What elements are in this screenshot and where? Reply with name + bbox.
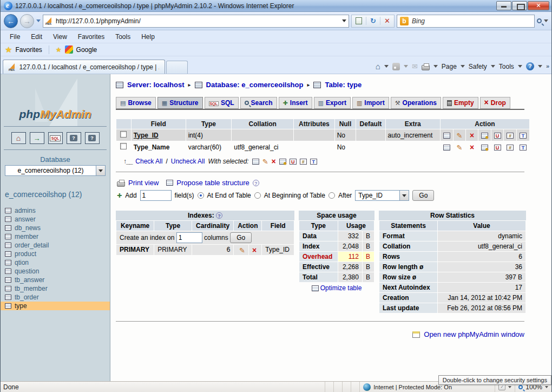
index-icon[interactable]: # [507,133,514,139]
list-item[interactable]: member [1,232,110,241]
table-name-link[interactable]: member [15,233,38,240]
breadcrumb-server-link[interactable]: Server: localhost [127,81,185,89]
fulltext-icon[interactable]: T [310,159,317,165]
drop-icon[interactable]: × [470,132,474,139]
open-new-window-link[interactable]: Open new phpMyAdmin window [424,330,524,338]
tab[interactable]: Empty [443,97,478,109]
after-radio[interactable] [328,192,335,199]
propose-structure-link[interactable]: Propose table structure [176,179,249,187]
breadcrumb-table-link[interactable]: Table: type [325,81,362,89]
query-window-sql-button[interactable]: SQL [48,132,63,144]
row-checkbox[interactable] [120,131,127,138]
edit-index-icon[interactable]: ✎ [239,247,245,254]
page-dropdown-icon[interactable] [461,65,465,68]
chevron-down-icon[interactable] [545,386,548,388]
new-tab-button[interactable] [166,61,188,74]
toolbar-overflow-chevron[interactable]: » [546,63,549,69]
search-provider-dropdown-icon[interactable] [544,19,548,22]
table-name-link[interactable]: qtion [15,259,29,266]
create-index-count-input[interactable] [176,232,202,243]
browser-tab[interactable]: 127.0.0.1 / localhost / e_comerceoilshop… [3,60,165,74]
drop-icon[interactable]: × [470,143,474,151]
tab[interactable]: Export [314,97,351,109]
close-button[interactable] [528,1,549,10]
recent-pages-dropdown-icon[interactable] [36,19,41,22]
table-name-link[interactable]: tb_answer [15,276,44,284]
menu-item[interactable]: Favorites [73,31,109,42]
unique-icon[interactable]: U [494,145,501,151]
add-favorite-icon[interactable]: ★ [56,46,62,54]
optimize-table-link[interactable]: Optimize table [320,284,362,292]
table-name-link[interactable]: admins [15,207,36,214]
primary-key-icon[interactable] [481,145,488,151]
row-checkbox[interactable] [120,143,127,149]
fulltext-icon[interactable]: T [520,133,527,139]
list-item[interactable]: tb_member [1,284,110,293]
minimize-button[interactable] [496,1,511,10]
tab[interactable]: Import [352,97,389,109]
back-button[interactable] [4,14,18,28]
help-question-icon[interactable]: ? [216,212,222,219]
tab[interactable]: Insert [279,97,312,109]
menu-item[interactable]: Edit [26,31,47,42]
print-icon[interactable] [422,65,430,70]
chevron-down-icon[interactable] [399,191,409,200]
tools-dropdown-icon[interactable] [518,65,522,68]
docs-button[interactable]: ? [67,132,81,144]
address-dropdown-icon[interactable] [342,19,346,22]
list-item[interactable]: db_news [1,224,110,232]
at-end-radio[interactable] [198,192,204,199]
index-icon[interactable]: # [507,145,514,151]
list-item[interactable]: tb_order [1,293,110,302]
query-window-button[interactable]: ? [85,132,100,144]
add-field-go-button[interactable]: Go [412,190,434,201]
logout-button[interactable]: → [30,132,44,144]
list-item[interactable]: product [1,250,110,258]
table-name-link[interactable]: tb_order [15,293,39,301]
at-beginning-radio[interactable] [254,192,261,199]
table-name-link[interactable]: product [15,250,36,258]
search-icon[interactable] [537,18,542,23]
browse-values-icon[interactable] [443,145,450,151]
list-item[interactable]: answer [1,215,110,224]
menu-item[interactable]: File [5,31,25,42]
feeds-icon[interactable] [392,63,400,70]
list-item[interactable]: order_detail [1,241,110,250]
change-icon[interactable]: ✎ [262,158,268,165]
table-name-link[interactable]: order_detail [15,241,49,249]
fulltext-icon[interactable]: T [520,145,527,151]
breadcrumb-database-link[interactable]: Database: e_comerceoilshop [206,81,304,89]
primary-key-icon[interactable] [279,159,286,165]
browse-values-icon[interactable] [443,133,450,139]
browse-values-icon[interactable] [252,159,259,165]
url-text[interactable]: http://127.0.0.1/phpmyAdmin/ [56,17,339,25]
tab[interactable]: Browse [116,97,156,109]
google-favorite-link[interactable]: Google [76,46,97,54]
field-name-link[interactable]: Type_ID [134,132,159,139]
tools-menu[interactable]: Tools [499,63,514,70]
help-icon[interactable]: ? [526,62,534,70]
print-view-link[interactable]: Print view [128,179,159,187]
safety-dropdown-icon[interactable] [491,65,495,68]
forward-button[interactable] [20,14,34,28]
primary-key-icon[interactable] [481,133,488,139]
uncheck-all-link[interactable]: Uncheck All [171,158,205,165]
list-item[interactable]: qtion [1,258,110,267]
table-name-link[interactable]: db_news [15,224,41,232]
list-item[interactable]: admins [1,206,110,215]
stop-button[interactable]: ✕ [380,17,394,25]
list-item[interactable]: type [1,302,110,310]
maximize-button[interactable] [512,1,527,10]
print-dropdown-icon[interactable] [433,65,438,68]
menu-item[interactable]: Help [136,31,160,42]
safety-menu[interactable]: Safety [469,63,487,70]
address-bar[interactable]: http://127.0.0.1/phpmyAdmin/ [43,15,349,28]
compatibility-view-button[interactable] [352,17,366,25]
add-field-count-input[interactable] [140,190,172,201]
table-name-link[interactable]: question [15,267,39,275]
search-input[interactable]: Bing [412,17,531,25]
unique-icon[interactable]: U [494,133,501,139]
chevron-down-icon[interactable] [508,386,511,388]
after-field-select[interactable]: Type_ID [355,190,409,201]
unique-icon[interactable]: U [290,159,297,165]
